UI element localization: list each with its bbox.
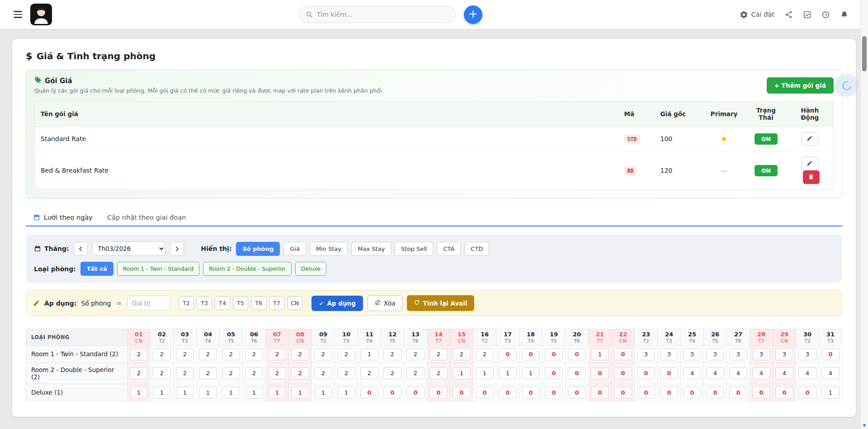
rate-status-toggle[interactable]: ON: [755, 133, 778, 145]
availability-cell[interactable]: [476, 348, 494, 360]
availability-cell[interactable]: [545, 348, 563, 360]
availability-cell[interactable]: [199, 387, 217, 399]
display-option[interactable]: Giá: [283, 242, 306, 256]
availability-cell[interactable]: [522, 348, 540, 360]
availability-cell[interactable]: [614, 348, 632, 360]
prev-month-button[interactable]: [74, 242, 88, 256]
availability-cell[interactable]: [568, 387, 586, 399]
display-option[interactable]: Stop Sell: [395, 242, 433, 256]
month-select[interactable]: Th03/2026: [92, 241, 165, 256]
value-input[interactable]: [127, 296, 170, 311]
weekday-toggle[interactable]: T5: [233, 296, 248, 310]
availability-cell[interactable]: [291, 387, 309, 399]
availability-cell[interactable]: [429, 367, 448, 379]
room-type-option[interactable]: Room 2 - Double - Superior: [203, 262, 292, 276]
availability-cell[interactable]: [429, 348, 448, 360]
availability-cell[interactable]: [798, 387, 816, 399]
availability-cell[interactable]: [545, 387, 563, 399]
tasks-icon[interactable]: [803, 10, 811, 19]
availability-cell[interactable]: [499, 348, 517, 360]
availability-cell[interactable]: [660, 367, 678, 379]
availability-cell[interactable]: [476, 387, 494, 399]
tab-daily-grid[interactable]: Lưới theo ngày: [26, 209, 100, 226]
edit-rate-button[interactable]: [802, 157, 818, 170]
availability-cell[interactable]: [821, 387, 840, 399]
availability-cell[interactable]: [291, 367, 309, 379]
settings-menu[interactable]: Cài đặt: [740, 10, 774, 19]
availability-cell[interactable]: [130, 387, 148, 399]
availability-cell[interactable]: [568, 367, 586, 379]
display-option[interactable]: Số phòng: [236, 242, 280, 256]
display-option[interactable]: CTD: [464, 242, 489, 256]
availability-cell[interactable]: [337, 367, 355, 379]
clear-button[interactable]: Xóa: [368, 295, 402, 311]
availability-cell[interactable]: [775, 387, 793, 399]
availability-cell[interactable]: [245, 367, 263, 379]
availability-cell[interactable]: [660, 348, 678, 360]
availability-cell[interactable]: [176, 387, 194, 399]
availability-cell[interactable]: [637, 367, 655, 379]
availability-cell[interactable]: [614, 387, 632, 399]
availability-cell[interactable]: [637, 387, 655, 399]
availability-cell[interactable]: [729, 387, 747, 399]
availability-cell[interactable]: [383, 348, 401, 360]
user-avatar[interactable]: [30, 4, 52, 25]
bell-icon[interactable]: [840, 10, 849, 19]
availability-cell[interactable]: [729, 367, 747, 379]
availability-cell[interactable]: [383, 387, 401, 399]
weekday-toggle[interactable]: T7: [269, 296, 284, 310]
availability-cell[interactable]: [499, 387, 517, 399]
weekday-toggle[interactable]: T3: [197, 296, 212, 310]
edit-rate-button[interactable]: [802, 132, 818, 146]
availability-cell[interactable]: [153, 348, 171, 360]
availability-cell[interactable]: [199, 367, 217, 379]
availability-cell[interactable]: [683, 387, 701, 399]
display-option[interactable]: CTA: [437, 242, 461, 256]
availability-cell[interactable]: [752, 367, 770, 379]
availability-cell[interactable]: [130, 348, 148, 360]
availability-cell[interactable]: [706, 367, 724, 379]
display-option[interactable]: Max Stay: [351, 242, 391, 256]
availability-cell[interactable]: [268, 387, 286, 399]
availability-cell[interactable]: [360, 387, 378, 399]
availability-cell[interactable]: [499, 367, 517, 379]
availability-cell[interactable]: [476, 367, 494, 379]
availability-cell[interactable]: [591, 348, 609, 360]
availability-cell[interactable]: [545, 367, 563, 379]
recalc-avail-button[interactable]: Tính lại Avail: [407, 295, 474, 311]
availability-cell[interactable]: [314, 367, 332, 379]
availability-cell[interactable]: [314, 387, 332, 399]
share-icon[interactable]: [784, 10, 793, 19]
availability-cell[interactable]: [176, 348, 194, 360]
availability-cell[interactable]: [337, 348, 355, 360]
availability-cell[interactable]: [453, 348, 471, 360]
search-input[interactable]: [317, 11, 448, 18]
availability-cell[interactable]: [291, 348, 309, 360]
availability-cell[interactable]: [406, 387, 425, 399]
availability-cell[interactable]: [222, 367, 240, 379]
availability-cell[interactable]: [821, 348, 840, 360]
availability-cell[interactable]: [729, 348, 747, 360]
availability-cell[interactable]: [683, 367, 701, 379]
availability-cell[interactable]: [245, 387, 263, 399]
scrollbar-down-arrow[interactable]: ▼: [861, 423, 868, 428]
availability-cell[interactable]: [522, 367, 540, 379]
availability-cell[interactable]: [360, 348, 378, 360]
availability-cell[interactable]: [591, 387, 609, 399]
availability-cell[interactable]: [660, 387, 678, 399]
tab-period-update[interactable]: Cập nhật theo giai đoạn: [100, 209, 193, 226]
history-icon[interactable]: [821, 10, 830, 19]
availability-cell[interactable]: [775, 367, 793, 379]
availability-cell[interactable]: [591, 367, 609, 379]
next-month-button[interactable]: [170, 242, 184, 256]
availability-cell[interactable]: [683, 348, 701, 360]
availability-cell[interactable]: [245, 348, 263, 360]
scrollbar-thumb[interactable]: [862, 36, 867, 71]
global-search[interactable]: [298, 6, 456, 23]
availability-cell[interactable]: [268, 348, 286, 360]
availability-cell[interactable]: [383, 367, 401, 379]
availability-cell[interactable]: [637, 348, 655, 360]
add-rate-button[interactable]: + Thêm gói giá: [767, 77, 834, 94]
room-type-option[interactable]: Room 1 - Twin - Standard: [117, 262, 200, 276]
availability-cell[interactable]: [360, 367, 378, 379]
